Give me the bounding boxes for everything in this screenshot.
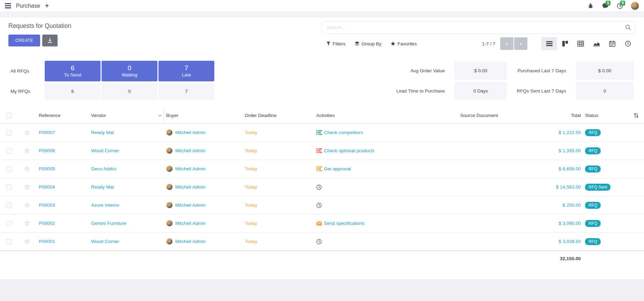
column-header-total[interactable]: Total	[529, 113, 583, 118]
pivot-view-button[interactable]	[573, 37, 589, 50]
search-input[interactable]	[322, 25, 621, 30]
activity-cell[interactable]: Send specifications	[314, 220, 429, 226]
buyer-link[interactable]: Mitchell Admin	[175, 203, 206, 208]
waiting-button[interactable]: 0 Waiting	[102, 61, 157, 81]
activity-view-button[interactable]	[620, 37, 636, 50]
activity-icon[interactable]	[316, 220, 322, 226]
activity-icon[interactable]	[316, 166, 322, 172]
favorite-star-icon[interactable]: ☆	[24, 129, 30, 137]
favorite-star-icon[interactable]: ☆	[24, 165, 30, 173]
column-header-vendor[interactable]: Vendor	[89, 108, 164, 123]
optional-columns-button[interactable]	[628, 113, 644, 118]
filters-button[interactable]: Filters	[326, 41, 346, 46]
favorite-star-icon[interactable]: ☆	[24, 237, 30, 245]
favorite-star-icon[interactable]: ☆	[24, 183, 30, 191]
activity-icon[interactable]	[316, 202, 322, 208]
activity-cell[interactable]	[314, 238, 429, 244]
column-header-status[interactable]: Status	[583, 113, 628, 118]
pager-next-button[interactable]: ›	[514, 37, 527, 50]
row-checkbox[interactable]	[6, 184, 12, 190]
column-header-reference[interactable]: Reference	[37, 113, 89, 118]
reference-link[interactable]: P00003	[37, 203, 89, 208]
app-name[interactable]: Purchase	[16, 3, 40, 9]
search-icon[interactable]	[621, 24, 635, 30]
activity-icon[interactable]	[316, 148, 322, 154]
row-checkbox[interactable]	[6, 130, 12, 135]
activity-icon[interactable]	[316, 238, 322, 244]
reference-link[interactable]: P00005	[37, 166, 89, 171]
table-row[interactable]: ☆ P00007 Ready Mat Mitchell Admin Today …	[0, 124, 644, 142]
my-late-cell[interactable]: 7	[158, 83, 214, 100]
messages-icon[interactable]: 5	[601, 2, 609, 10]
activity-cell[interactable]: Check optional products	[314, 148, 429, 154]
vendor-link[interactable]: Wood Corner	[89, 148, 164, 153]
vendor-link[interactable]: Wood Corner	[89, 239, 164, 244]
vendor-link[interactable]: Azure Interior	[89, 203, 164, 208]
reference-link[interactable]: P00002	[37, 221, 89, 226]
activity-icon[interactable]	[316, 130, 322, 135]
favorite-star-icon[interactable]: ☆	[24, 201, 30, 209]
activities-clock-icon[interactable]: 9	[616, 2, 624, 10]
vendor-link[interactable]: Ready Mat	[89, 130, 164, 135]
row-checkbox[interactable]	[6, 148, 12, 154]
calendar-view-button[interactable]	[604, 37, 620, 50]
buyer-link[interactable]: Mitchell Admin	[175, 166, 206, 171]
activity-cell[interactable]: Get approval	[314, 166, 429, 172]
row-checkbox[interactable]	[6, 166, 12, 172]
reference-link[interactable]: P00004	[37, 184, 89, 190]
reference-link[interactable]: P00007	[37, 130, 89, 135]
list-view-button[interactable]	[541, 37, 557, 50]
column-header-source[interactable]: Source Document	[429, 113, 529, 118]
vendor-link[interactable]: Gemini Furniture	[89, 221, 164, 226]
my-waiting-cell[interactable]: 0	[102, 83, 157, 100]
row-checkbox[interactable]	[6, 221, 12, 226]
activity-cell[interactable]: Check competitors	[314, 130, 429, 135]
column-header-activities[interactable]: Activities	[314, 113, 429, 118]
activity-label[interactable]: Check optional products	[324, 148, 375, 153]
late-button[interactable]: 7 Late	[158, 61, 214, 81]
table-row[interactable]: ☆ P00003 Azure Interior Mitchell Admin T…	[0, 196, 644, 214]
favorites-button[interactable]: Favorites	[391, 41, 417, 46]
activity-label[interactable]: Send specifications	[324, 221, 364, 226]
activity-label[interactable]: Check competitors	[324, 130, 363, 135]
activity-cell[interactable]	[314, 202, 429, 208]
group-by-button[interactable]: Group By	[355, 41, 382, 46]
table-row[interactable]: ☆ P00005 Deco Addict Mitchell Admin Toda…	[0, 160, 644, 178]
apps-menu-icon[interactable]	[5, 3, 11, 8]
new-tab-icon[interactable]: +	[45, 2, 49, 9]
column-header-buyer[interactable]: Buyer	[164, 113, 243, 118]
activity-cell[interactable]	[314, 184, 429, 190]
activity-icon[interactable]	[316, 184, 322, 190]
buyer-link[interactable]: Mitchell Admin	[175, 184, 206, 190]
row-checkbox[interactable]	[6, 203, 12, 208]
graph-view-button[interactable]	[589, 37, 604, 50]
create-button[interactable]: CREATE	[8, 35, 40, 46]
avg-order-value[interactable]: $ 0.00	[454, 61, 507, 80]
column-header-deadline[interactable]: Order Deadline	[243, 113, 314, 118]
kanban-view-button[interactable]	[557, 37, 573, 50]
purchased-last-7-days[interactable]: $ 0.00	[576, 61, 634, 80]
buyer-link[interactable]: Mitchell Admin	[175, 239, 206, 244]
row-checkbox[interactable]	[6, 239, 12, 244]
table-row[interactable]: ☆ P00002 Gemini Furniture Mitchell Admin…	[0, 214, 644, 233]
user-avatar[interactable]	[631, 2, 639, 10]
to-send-button[interactable]: 6 To Send	[45, 61, 101, 81]
buyer-link[interactable]: Mitchell Admin	[175, 130, 206, 135]
rfqs-sent-last-7-days[interactable]: 0	[576, 82, 634, 100]
buyer-link[interactable]: Mitchell Admin	[175, 148, 206, 153]
table-row[interactable]: ☆ P00004 Ready Mat Mitchell Admin Today …	[0, 178, 644, 196]
vendor-link[interactable]: Deco Addict	[89, 166, 164, 171]
export-download-button[interactable]	[42, 35, 58, 46]
lead-time-value[interactable]: 0 Days	[454, 82, 507, 100]
buyer-link[interactable]: Mitchell Admin	[175, 221, 206, 226]
table-row[interactable]: ☆ P00001 Wood Corner Mitchell Admin Toda…	[0, 233, 644, 251]
my-to-send-cell[interactable]: 6	[45, 83, 101, 100]
reference-link[interactable]: P00006	[37, 148, 89, 153]
debug-bug-icon[interactable]	[587, 2, 594, 10]
reference-link[interactable]: P00001	[37, 239, 89, 244]
table-row[interactable]: ☆ P00006 Wood Corner Mitchell Admin Toda…	[0, 142, 644, 160]
favorite-star-icon[interactable]: ☆	[24, 219, 30, 227]
pager-previous-button[interactable]: ‹	[500, 37, 513, 50]
vendor-link[interactable]: Ready Mat	[89, 184, 164, 190]
search-bar[interactable]	[321, 21, 636, 34]
